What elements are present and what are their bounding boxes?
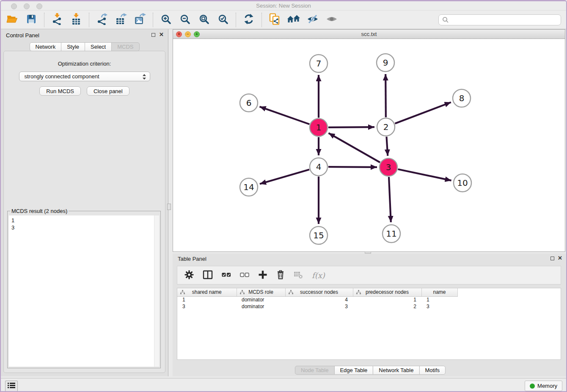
tab-select[interactable]: Select [85, 42, 112, 51]
application-window: Session: New Session Control Panel [0, 0, 567, 392]
show-column-button[interactable] [203, 269, 213, 281]
refresh-button[interactable] [241, 12, 257, 28]
import-table-button[interactable] [68, 12, 84, 28]
save-session-button[interactable] [23, 12, 39, 28]
table-toolbar: f(x) [177, 266, 561, 284]
column-header-mcds-role[interactable]: MCDS role [237, 288, 285, 296]
memory-button[interactable]: Memory [525, 381, 562, 391]
show-panel-button[interactable] [324, 12, 340, 28]
export-table-button[interactable] [113, 12, 129, 28]
search-container [438, 14, 561, 25]
memory-label: Memory [537, 383, 557, 389]
table-cell[interactable]: 1 [177, 296, 237, 303]
node-label-1: 1 [316, 122, 322, 133]
edge-4-14[interactable] [260, 169, 309, 184]
tab-node-table[interactable]: Node Table [295, 366, 335, 375]
table-cell[interactable]: 1 [353, 296, 421, 303]
clone-network-button[interactable] [267, 12, 283, 28]
zoom-fit-button[interactable] [196, 12, 212, 28]
table-cell[interactable]: dominator [237, 303, 285, 310]
table-row[interactable]: 3dominator323 [177, 303, 457, 310]
export-image-button[interactable] [132, 12, 148, 28]
edge-2-3[interactable] [386, 137, 388, 156]
network-canvas[interactable]: 7968124314101511 [173, 39, 565, 251]
zoom-selected-button[interactable] [215, 12, 231, 28]
edge-3-11[interactable] [389, 177, 391, 222]
tab-network[interactable]: Network [29, 42, 61, 51]
unselect-all-columns-button[interactable] [240, 269, 249, 281]
eye-icon [326, 14, 338, 25]
criterion-select[interactable]: strongly connected component [19, 72, 150, 81]
network-view-window: × − + scc.txt 7968124314101511 [173, 29, 565, 252]
table-cell[interactable]: 3 [421, 303, 457, 310]
edge-2-8[interactable] [395, 102, 451, 124]
delete-table-icon [294, 271, 303, 280]
table-settings-button[interactable] [184, 269, 194, 281]
node-label-8: 8 [459, 93, 465, 103]
close-table-panel-icon[interactable]: ✕ [558, 255, 562, 261]
refresh-icon [243, 14, 254, 26]
columns-icon [203, 270, 213, 281]
close-panel-button[interactable]: Close panel [87, 86, 129, 96]
task-history-button[interactable] [5, 381, 18, 392]
tab-edge-table[interactable]: Edge Table [334, 366, 373, 375]
search-input[interactable] [438, 14, 561, 25]
edge-1-2[interactable] [328, 127, 374, 127]
column-header-predecessor-nodes[interactable]: predecessor nodes [353, 288, 421, 296]
main-titlebar: Session: New Session [1, 1, 566, 11]
tab-network-table[interactable]: Network Table [373, 366, 419, 375]
main-toolbar [1, 11, 566, 29]
tab-mcds[interactable]: MCDS [111, 42, 139, 51]
run-mcds-button[interactable]: Run MCDS [39, 86, 81, 96]
float-table-panel-icon[interactable] [550, 257, 554, 260]
node-label-10: 10 [457, 178, 468, 188]
export-image-icon [134, 13, 146, 26]
unchecked-boxes-icon [240, 270, 249, 281]
hide-panel-button[interactable] [305, 12, 321, 28]
edge-3-1[interactable] [328, 133, 380, 162]
node-label-4: 4 [316, 162, 322, 172]
table-header-row: shared nameMCDS rolesuccessor nodesprede… [177, 288, 457, 296]
tab-style[interactable]: Style [61, 42, 85, 51]
float-panel-icon[interactable] [151, 33, 155, 37]
panel-divider-grip[interactable] [167, 204, 171, 210]
close-panel-icon[interactable]: ✕ [159, 32, 164, 38]
column-header-successor-nodes[interactable]: successor nodes [285, 288, 353, 296]
toolbar-separator [261, 13, 262, 27]
delete-table-button[interactable] [294, 269, 303, 281]
edge-3-10[interactable] [398, 169, 451, 181]
tab-motifs[interactable]: Motifs [419, 366, 446, 375]
attribute-tree-icon [240, 290, 245, 296]
import-network-button[interactable] [49, 12, 65, 28]
column-header-name[interactable]: name [421, 288, 457, 296]
node-label-9: 9 [383, 58, 388, 68]
table-cell[interactable]: dominator [237, 296, 285, 303]
table-cell[interactable]: 3 [285, 303, 353, 310]
status-bar: Memory [1, 378, 566, 392]
result-scrollbar[interactable] [154, 215, 159, 367]
function-builder-button[interactable]: f(x) [312, 269, 325, 281]
zoom-out-button[interactable] [177, 12, 193, 28]
column-header-shared-name[interactable]: shared name [177, 288, 237, 296]
edge-2-9[interactable] [385, 74, 386, 117]
optimization-criterion-label: Optimization criterion: [4, 61, 165, 67]
table-cell[interactable]: 1 [421, 296, 457, 303]
select-all-columns-button[interactable] [222, 269, 231, 281]
network-graph: 7968124314101511 [173, 39, 566, 252]
delete-column-button[interactable] [276, 269, 285, 281]
toolbar-separator [89, 13, 89, 27]
edge-1-6[interactable] [259, 107, 309, 124]
home-button[interactable] [286, 12, 302, 28]
table-cell[interactable]: 2 [353, 303, 421, 310]
export-network-button[interactable] [94, 12, 110, 28]
zoom-in-button[interactable] [158, 12, 174, 28]
create-column-button[interactable] [258, 269, 267, 281]
table-row[interactable]: 1dominator411 [177, 296, 457, 303]
table-cell[interactable]: 4 [285, 296, 353, 303]
toolbar-separator [153, 13, 153, 27]
table-cell[interactable]: 3 [177, 303, 237, 310]
open-session-button[interactable] [4, 12, 20, 28]
houses-icon [287, 14, 300, 25]
edge-4-3[interactable] [328, 167, 377, 167]
attribute-tree-icon [289, 290, 293, 296]
